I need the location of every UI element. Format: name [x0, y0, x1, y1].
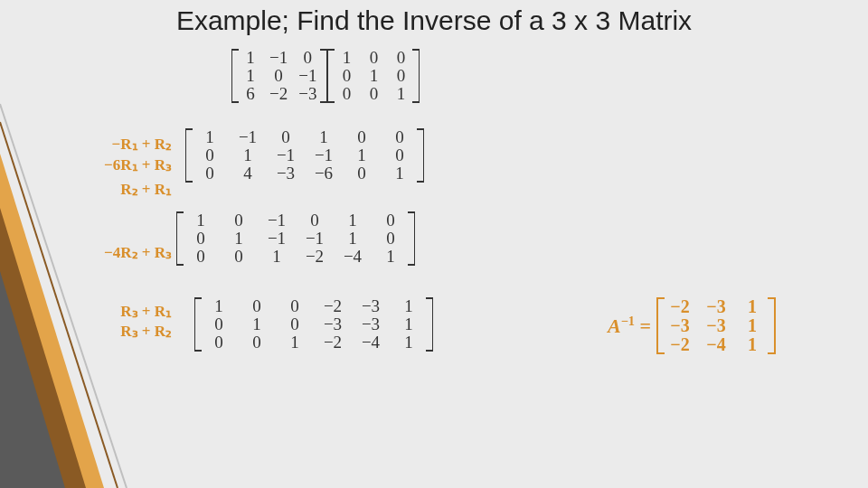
row-op-2: −6R₁ + R₃ [36, 155, 172, 174]
row-op-1: −R₁ + R₂ [36, 135, 172, 154]
content-area: 116−10−20−1−3100010001 −R₁ + R₂ −6R₁ + R… [0, 49, 868, 488]
row-op-3: R₂ + R₁ [36, 180, 172, 199]
augmented-matrix-step1: 100−1140−1−31−1−6010001 [185, 128, 424, 183]
row-op-6: R₃ + R₂ [36, 322, 172, 341]
inverse-result: A−1 = −2−3−2−3−3−4111 [608, 297, 776, 354]
row-op-5: R₃ + R₁ [36, 302, 172, 321]
augmented-matrix-step0: 116−10−20−1−3100010001 [231, 49, 420, 103]
inverse-label: A−1 = [608, 314, 651, 338]
row-op-4: −4R₂ + R₃ [36, 243, 172, 262]
augmented-matrix-step3: 100010001−2−3−2−3−3−4111 [194, 297, 433, 352]
augmented-matrix-step2: 100010−1−110−1−211−4001 [176, 211, 415, 266]
page-title: Example; Find the Inverse of a 3 x 3 Mat… [0, 5, 868, 36]
